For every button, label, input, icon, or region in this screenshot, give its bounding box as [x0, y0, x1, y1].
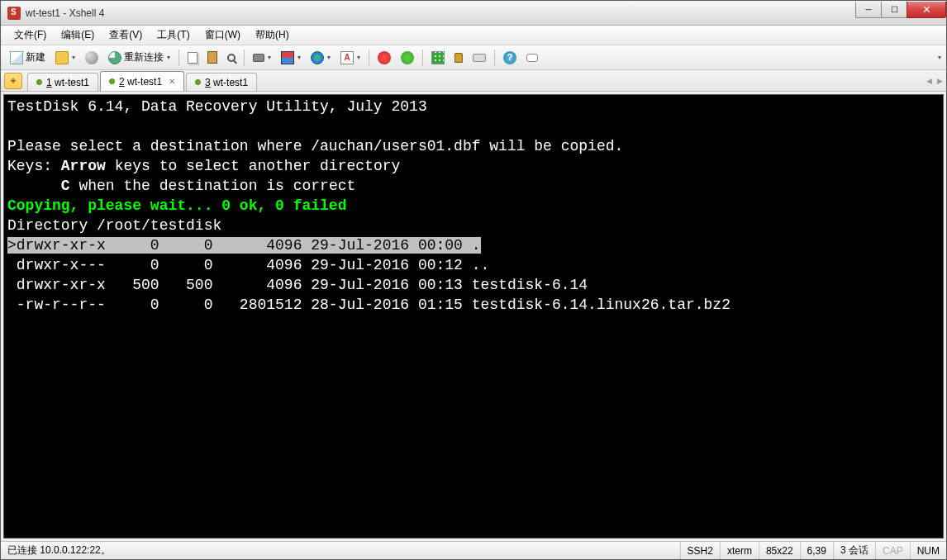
tab-number: 2 [119, 76, 125, 88]
folder-icon [55, 51, 69, 64]
menu-window[interactable]: 窗口(W) [198, 26, 247, 45]
reconnect-label: 重新连接 [124, 50, 164, 64]
separator [422, 50, 423, 66]
record-button[interactable] [374, 49, 395, 67]
keyboard-icon [473, 54, 486, 62]
separator [178, 50, 179, 66]
lock-icon [454, 53, 463, 63]
open-button[interactable]: ▾ [51, 49, 79, 67]
copy-button[interactable] [183, 49, 202, 67]
new-tab-button[interactable]: + [4, 73, 22, 89]
new-button[interactable]: 新建 [6, 49, 50, 67]
status-numlock: NUM [911, 542, 946, 559]
language-button[interactable]: ▾ [307, 49, 335, 67]
new-label: 新建 [26, 50, 45, 64]
help-icon [503, 51, 516, 64]
window-title: wt-test1 - Xshell 4 [26, 7, 856, 19]
paste-icon [207, 51, 217, 64]
term-line: Directory /root/testdisk [7, 217, 221, 234]
play-button[interactable] [397, 49, 418, 67]
menu-help[interactable]: 帮助(H) [249, 26, 296, 45]
chevron-down-icon: ▾ [297, 54, 301, 61]
maximize-button[interactable]: ☐ [881, 2, 907, 18]
status-dot-icon [109, 78, 115, 84]
properties-icon [281, 51, 294, 64]
menu-view[interactable]: 查看(V) [102, 26, 149, 45]
menu-file[interactable]: 文件(F) [7, 26, 53, 45]
tab-2[interactable]: 2 wt-test1 ✕ [100, 71, 184, 91]
grid-icon [431, 51, 445, 64]
reconnect-icon [108, 51, 121, 64]
tab-number: 3 [205, 77, 211, 88]
close-tab-icon[interactable]: ✕ [169, 77, 175, 86]
separator [494, 50, 495, 66]
chevron-down-icon: ▾ [268, 54, 271, 61]
dir-row[interactable]: drwxr-x--- 0 0 4096 29-Jul-2016 00:12 .. [7, 257, 489, 273]
status-connection: 已连接 10.0.0.122:22。 [1, 542, 681, 559]
tab-label: wt-test1 [211, 77, 248, 88]
application-window: wt-test1 - Xshell 4 ─ ☐ ✕ 文件(F) 编辑(E) 查看… [0, 0, 947, 560]
font-button[interactable]: ▾ [336, 49, 364, 67]
copy-icon [188, 52, 197, 64]
connect-button[interactable] [81, 49, 102, 67]
dir-row[interactable]: -rw-r--r-- 0 0 2801512 28-Jul-2016 01:15… [7, 297, 730, 313]
tab-3[interactable]: 3 wt-test1 [186, 73, 257, 91]
menu-edit[interactable]: 编辑(E) [55, 26, 101, 45]
dir-row-selected[interactable]: >drwxr-xr-x 0 0 4096 29-Jul-2016 00:00 . [7, 237, 481, 254]
tab-number: 1 [46, 77, 52, 88]
help-button[interactable] [499, 49, 521, 67]
term-line: Keys: Arrow keys to select another direc… [7, 158, 400, 174]
record-icon [378, 51, 391, 64]
reconnect-button[interactable]: 重新连接▾ [104, 49, 174, 67]
status-protocol: SSH2 [681, 542, 721, 559]
close-button[interactable]: ✕ [907, 2, 946, 18]
menubar: 文件(F) 编辑(E) 查看(V) 工具(T) 窗口(W) 帮助(H) [1, 26, 946, 45]
find-button[interactable] [223, 49, 240, 67]
menu-tools[interactable]: 工具(T) [150, 26, 196, 45]
term-line: Please select a destination where /aucha… [7, 138, 623, 154]
term-line: C when the destination is correct [7, 178, 355, 194]
new-file-icon [10, 51, 23, 64]
window-controls: ─ ☐ ✕ [856, 2, 946, 18]
minimize-button[interactable]: ─ [855, 2, 882, 18]
toolbar-overflow[interactable]: ▾ [938, 54, 941, 61]
globe-icon [311, 51, 324, 64]
link-icon [85, 51, 98, 64]
app-icon [7, 7, 21, 20]
tile-button[interactable] [427, 49, 449, 67]
properties-button[interactable]: ▾ [277, 49, 305, 67]
status-term-type: xterm [721, 542, 759, 559]
status-cursor: 6,39 [801, 542, 834, 559]
chat-icon [526, 54, 538, 62]
print-button[interactable]: ▾ [249, 49, 275, 67]
lock-button[interactable] [450, 49, 467, 67]
status-dot-icon [195, 79, 201, 85]
feedback-button[interactable] [522, 49, 542, 67]
search-icon [227, 54, 236, 62]
dir-row[interactable]: drwxr-xr-x 500 500 4096 29-Jul-2016 00:1… [7, 277, 588, 293]
tab-prev[interactable]: ◀ [926, 77, 932, 85]
status-size: 85x22 [759, 542, 801, 559]
chevron-down-icon: ▾ [327, 54, 331, 61]
terminal[interactable]: TestDisk 6.14, Data Recovery Utility, Ju… [3, 94, 944, 539]
tab-label: wt-test1 [125, 76, 162, 88]
tab-label: wt-test1 [52, 77, 89, 88]
play-icon [401, 51, 414, 64]
separator [244, 50, 245, 66]
status-dot-icon [36, 79, 42, 85]
titlebar: wt-test1 - Xshell 4 ─ ☐ ✕ [1, 1, 946, 26]
keyboard-button[interactable] [469, 49, 490, 67]
tab-next[interactable]: ▶ [937, 77, 943, 85]
print-icon [253, 54, 264, 62]
separator [369, 50, 369, 66]
chevron-down-icon: ▾ [357, 54, 360, 61]
tab-nav: ◀ ▶ [926, 70, 943, 91]
tab-1[interactable]: 1 wt-test1 [27, 73, 98, 91]
paste-button[interactable] [203, 49, 221, 67]
status-capslock: CAP [876, 542, 911, 559]
chevron-down-icon: ▾ [72, 54, 75, 61]
statusbar: 已连接 10.0.0.122:22。 SSH2 xterm 85x22 6,39… [1, 541, 946, 559]
tabbar: + 1 wt-test1 2 wt-test1 ✕ 3 wt-test1 ◀ ▶ [1, 70, 946, 92]
status-sessions: 3 会话 [834, 542, 876, 559]
chevron-down-icon: ▾ [167, 54, 170, 61]
